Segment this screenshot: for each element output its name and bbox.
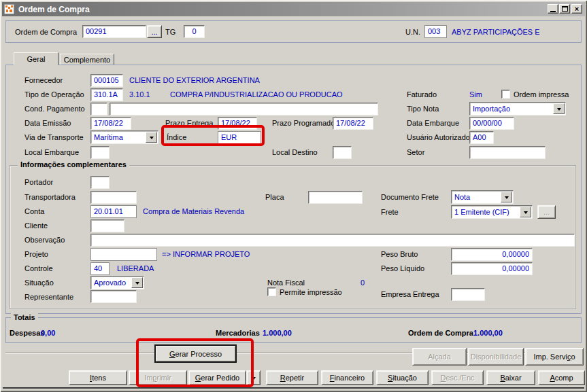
empresa-entrega-label: Empresa Entrega <box>381 290 439 298</box>
indice-field[interactable]: EUR <box>218 131 261 144</box>
tab-geral[interactable]: Geral <box>14 52 58 65</box>
desc-enc-button[interactable]: Desc./Enc <box>431 370 484 385</box>
placa-label: Placa <box>265 193 284 201</box>
observacao-label: Observação <box>24 236 65 244</box>
via-transporte-dropdown-arrow-icon[interactable] <box>146 132 157 143</box>
frete-dropdown[interactable]: 1 Emitente (CIF) <box>451 205 533 219</box>
faturado-value: Sim <box>469 90 482 99</box>
local-embarque-label: Local Embarque <box>24 148 79 156</box>
tipo-nota-label: Tipo Nota <box>407 105 439 113</box>
situacao-dropdown[interactable]: Aprovado <box>90 276 144 289</box>
cond-pagamento-desc-field[interactable] <box>110 103 378 115</box>
peso-liquido-field[interactable]: 0,00000 <box>451 262 533 275</box>
un-code-field[interactable]: 003 <box>424 25 447 38</box>
via-transporte-label: Via de Transporte <box>24 133 84 141</box>
disponibilidade-button[interactable]: Disponibilidade <box>468 348 524 366</box>
controle-label: Controle <box>24 264 53 272</box>
conta-field[interactable]: 20.01.01 <box>90 205 137 218</box>
data-embarque-field[interactable]: 00/00/00 <box>469 117 514 130</box>
setor-field[interactable] <box>469 146 546 159</box>
conta-desc-text: Compra de Materiais Revenda <box>143 207 244 215</box>
situacao-dropdown-arrow-icon[interactable] <box>131 277 143 288</box>
tg-field[interactable]: 0 <box>184 25 205 38</box>
gerar-pedido-button[interactable]: Gerar Pedido <box>188 370 246 385</box>
frete-value: 1 Emitente (CIF) <box>454 208 509 216</box>
fornecedor-field[interactable]: 000105 <box>90 74 123 87</box>
local-destino-field[interactable] <box>333 146 352 159</box>
imp-servico-button[interactable]: Imp. Serviço <box>525 348 584 366</box>
transportadora-label: Transportadora <box>24 193 76 201</box>
peso-liquido-label: Peso Líquido <box>381 264 424 272</box>
controle-field[interactable]: 40 <box>90 262 110 275</box>
gerar-processo-button[interactable]: Gerar Processo <box>154 344 237 363</box>
tipo-operacao-desc-text: COMPRA P/INDUSTRIALIZACAO OU PRODUCAO <box>170 90 343 99</box>
placa-field[interactable] <box>308 191 363 204</box>
minimize-button[interactable] <box>548 4 558 14</box>
documento-frete-value: Nota <box>454 193 470 201</box>
tg-label: TG <box>165 28 175 36</box>
prazo-entrega-label: Prazo Entrega <box>165 119 213 127</box>
alcada-button[interactable]: Alçada <box>412 348 467 366</box>
documento-frete-dropdown-arrow-icon[interactable] <box>501 192 512 202</box>
itens-button[interactable]: Itens <box>69 370 127 385</box>
documento-frete-dropdown[interactable]: Nota <box>451 190 514 204</box>
data-embarque-label: Data Embarque <box>407 119 459 127</box>
projeto-field[interactable] <box>90 248 157 261</box>
controle-desc-text: LIBERADA <box>117 264 154 272</box>
data-emissao-field[interactable]: 17/08/22 <box>90 117 131 130</box>
prazo-entrega-field[interactable]: 17/08/22 <box>218 117 257 130</box>
tipo-nota-dropdown-arrow-icon[interactable] <box>553 103 565 114</box>
close-button[interactable]: × <box>571 4 582 14</box>
situacao-label: Situação <box>24 279 54 287</box>
repetir-button[interactable]: Repetir <box>266 370 318 385</box>
imprimir-button[interactable]: Imprimir <box>129 370 187 385</box>
empresa-entrega-field[interactable] <box>451 288 485 301</box>
cond-pagamento-code-field[interactable] <box>90 103 107 115</box>
observacao-field[interactable] <box>90 234 575 247</box>
order-number-field[interactable]: 00291 <box>82 25 146 38</box>
un-name-text: ABYZ PARTICIPAÇÕES E <box>452 28 540 36</box>
peso-bruto-label: Peso Bruto <box>381 250 418 258</box>
nota-fiscal-value: 0 <box>360 279 365 287</box>
representante-field[interactable] <box>90 290 137 303</box>
situacao-button[interactable]: Situação <box>376 370 429 385</box>
order-browse-button[interactable]: ... <box>147 25 162 38</box>
ordem-impressa-checkbox[interactable] <box>501 90 510 99</box>
local-embarque-field[interactable] <box>90 146 110 159</box>
documento-frete-label: Documento Frete <box>381 193 439 201</box>
maximize-button[interactable] <box>559 4 570 14</box>
peso-bruto-field[interactable]: 0,00000 <box>451 248 533 261</box>
tab-complemento[interactable]: Complemento <box>60 54 114 65</box>
tab-geral-label: Geral <box>27 55 46 63</box>
via-transporte-dropdown[interactable]: Marítima <box>90 130 158 144</box>
portador-field[interactable] <box>90 176 110 189</box>
baixar-button[interactable]: Baixar <box>486 370 535 385</box>
bottom-edge <box>3 387 584 389</box>
tipo-operacao-field[interactable]: 310.1A <box>90 88 123 101</box>
gerar-pedido-dropdown-arrow-button[interactable] <box>246 370 261 385</box>
cliente-label: Cliente <box>24 221 48 230</box>
transportadora-field[interactable] <box>90 191 137 204</box>
totais-title: Totais <box>11 313 38 321</box>
ordem-total-value: 1.000,00 <box>473 329 503 337</box>
cliente-field[interactable] <box>90 219 124 232</box>
tipo-operacao-label: Tipo de Operação <box>24 90 84 99</box>
despesas-value: 0,00 <box>41 329 55 337</box>
portador-label: Portador <box>24 178 53 186</box>
usuario-autorizado-field[interactable]: A00 <box>469 131 494 144</box>
prazo-programado-field[interactable]: 17/08/22 <box>333 117 373 130</box>
financeiro-button[interactable]: Financeiro <box>321 370 373 385</box>
tipo-nota-dropdown[interactable]: Importação <box>469 102 566 115</box>
chevron-down-icon <box>252 377 256 382</box>
permite-impressao-label: Permite impressão <box>280 288 342 296</box>
permite-impressao-checkbox[interactable] <box>267 287 276 296</box>
conta-label: Conta <box>24 207 44 215</box>
projeto-hint-text: => INFORMAR PROJETO <box>162 250 250 258</box>
frete-dropdown-arrow-icon[interactable] <box>520 207 531 217</box>
local-destino-label: Local Destino <box>272 148 318 156</box>
tipo-nota-value: Importação <box>473 105 510 113</box>
acomp-button[interactable]: Acomp <box>538 370 585 385</box>
minimize-icon <box>550 11 556 12</box>
mercadorias-value: 1.000,00 <box>263 329 292 337</box>
frete-browse-button[interactable]: ... <box>537 205 556 219</box>
